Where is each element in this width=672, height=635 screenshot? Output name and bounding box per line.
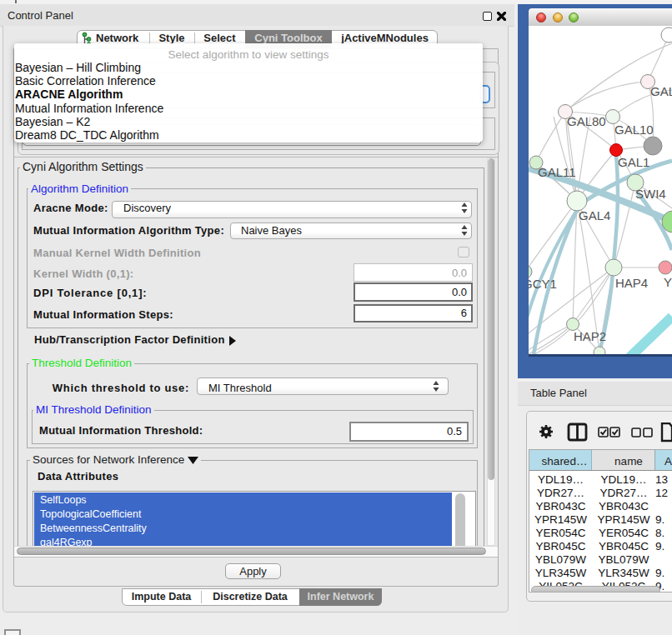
svg-text:SWI4: SWI4: [635, 187, 666, 201]
svg-text:Y: Y: [664, 275, 672, 289]
svg-text:GAL7: GAL7: [650, 84, 672, 98]
svg-text:GAL10: GAL10: [614, 122, 654, 137]
svg-text:GAL4: GAL4: [579, 208, 610, 222]
svg-text:GCY1: GCY1: [529, 277, 557, 291]
svg-text:GAL1: GAL1: [618, 155, 649, 169]
svg-text:GAL11: GAL11: [538, 165, 576, 179]
svg-text:HAP4: HAP4: [615, 276, 648, 290]
svg-text:HAP2: HAP2: [574, 329, 606, 343]
svg-text:GAL80: GAL80: [567, 114, 606, 128]
